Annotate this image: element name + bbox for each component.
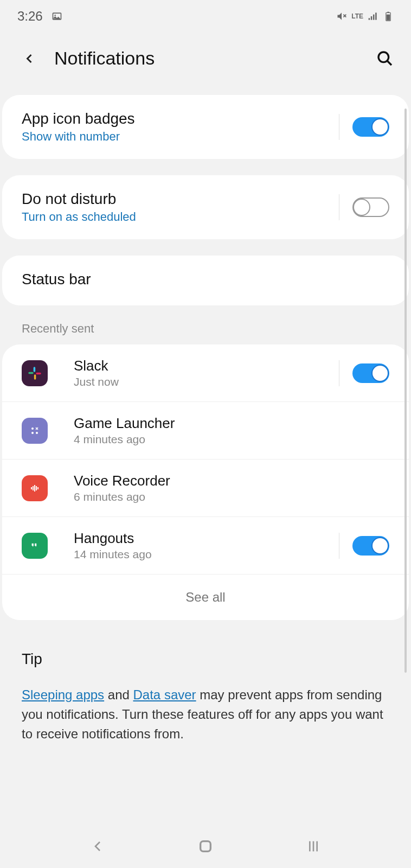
search-icon [376,50,394,67]
svg-rect-16 [36,372,41,374]
divider [339,360,339,386]
navigation-bar [0,827,411,868]
nav-home-button[interactable] [197,838,214,857]
svg-rect-25 [201,841,211,852]
page-title: Notifications [54,48,376,69]
app-badges-card: App icon badges Show with number [2,95,409,159]
app-name: Slack [74,358,339,374]
app-name: Game Launcher [74,415,389,432]
hangouts-toggle[interactable] [352,536,389,556]
system-status-bar: 3:26 LTE [0,0,411,33]
dnd-subtitle: Turn on as scheduled [22,210,339,224]
svg-rect-5 [371,16,373,20]
picture-icon [52,11,62,22]
tip-section: Tip Sleeping apps and Data saver may pre… [0,620,411,757]
see-all-button[interactable]: See all [2,575,409,620]
app-time: 6 minutes ago [74,490,389,503]
dnd-row[interactable]: Do not disturb Turn on as scheduled [2,175,409,239]
app-name: Hangouts [74,530,339,547]
app-row-hangouts[interactable]: Hangouts 14 minutes ago [2,517,409,575]
svg-rect-9 [387,12,389,13]
slack-toggle[interactable] [352,363,389,383]
scrollbar[interactable] [404,108,407,673]
recent-app-list: Slack Just now Game Launcher 4 minutes a… [2,344,409,620]
app-badges-row[interactable]: App icon badges Show with number [2,95,409,159]
svg-point-11 [378,52,389,62]
app-badges-subtitle: Show with number [22,130,339,144]
hangouts-icon [22,533,48,559]
app-row-game-launcher[interactable]: Game Launcher 4 minutes ago [2,402,409,459]
app-time: 4 minutes ago [74,433,389,446]
mute-icon [336,11,347,22]
search-button[interactable] [376,50,394,67]
battery-icon [383,11,394,22]
app-time: 14 minutes ago [74,548,339,561]
header: Notifications [0,33,411,95]
chevron-left-icon [22,51,37,66]
divider [339,533,339,559]
svg-rect-15 [34,374,36,379]
divider [339,194,339,220]
chevron-left-icon [89,838,106,855]
nav-back-button[interactable] [89,838,106,857]
game-launcher-icon [22,418,48,444]
app-row-slack[interactable]: Slack Just now [2,344,409,402]
recents-icon [305,838,322,855]
data-saver-link[interactable]: Data saver [133,687,196,702]
home-icon [197,838,214,855]
app-row-voice-recorder[interactable]: Voice Recorder 6 minutes ago [2,459,409,517]
svg-rect-14 [28,372,33,374]
svg-point-1 [54,15,56,16]
signal-icon [368,11,378,22]
tip-title: Tip [22,650,389,668]
tip-text: Sleeping apps and Data saver may prevent… [22,685,389,744]
slack-icon [22,360,48,386]
svg-rect-10 [387,15,390,21]
status-bar-row[interactable]: Status bar [2,256,409,305]
app-badges-title: App icon badges [22,110,339,127]
dnd-title: Do not disturb [22,190,339,208]
sleeping-apps-link[interactable]: Sleeping apps [22,687,104,702]
network-label: LTE [351,12,363,20]
status-bar-title: Status bar [22,271,389,288]
app-time: Just now [74,375,339,388]
divider [339,114,339,140]
app-name: Voice Recorder [74,473,389,489]
svg-point-17 [31,427,34,430]
svg-line-12 [387,61,391,65]
status-bar-card: Status bar [2,256,409,305]
back-button[interactable] [22,51,37,66]
svg-rect-4 [369,18,370,20]
svg-rect-13 [34,367,35,372]
recently-sent-header: Recently sent [0,322,411,344]
svg-rect-6 [373,15,375,20]
svg-point-19 [36,432,38,434]
status-time: 3:26 [17,9,43,24]
app-badges-toggle[interactable] [352,117,389,137]
nav-recents-button[interactable] [305,838,322,857]
dnd-card: Do not disturb Turn on as scheduled [2,175,409,239]
svg-rect-7 [375,12,377,20]
dnd-toggle[interactable] [352,197,389,217]
voice-recorder-icon [22,475,48,501]
svg-point-18 [31,432,34,434]
